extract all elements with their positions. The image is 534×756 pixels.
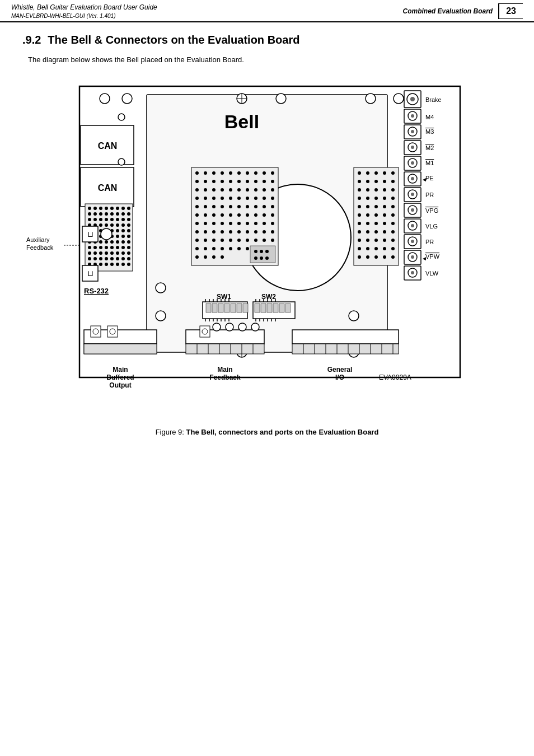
svg-text:Buffered: Buffered	[106, 374, 134, 381]
svg-point-207	[237, 247, 241, 250]
header-section-title: Combined Evaluation Board	[403, 3, 499, 19]
svg-point-196	[229, 239, 232, 242]
svg-text:⊔: ⊔	[87, 230, 93, 239]
brake-label: Brake	[425, 96, 442, 103]
svg-point-38	[127, 212, 130, 216]
m3-label: M3	[425, 128, 434, 135]
rs232-label: RS-232	[84, 287, 109, 295]
svg-rect-337	[237, 304, 242, 312]
svg-point-248	[391, 205, 395, 208]
svg-point-41	[99, 218, 102, 221]
svg-point-193	[204, 239, 207, 242]
svg-point-123	[204, 180, 207, 183]
can-bottom-label: CAN	[98, 183, 118, 193]
svg-point-69	[121, 235, 125, 238]
svg-point-145	[221, 197, 224, 200]
svg-point-113	[204, 171, 207, 175]
svg-point-150	[263, 197, 266, 200]
svg-point-237	[383, 188, 386, 192]
svg-point-184	[212, 230, 216, 234]
svg-point-140	[263, 188, 266, 192]
svg-point-185	[221, 230, 224, 234]
svg-point-109	[121, 263, 125, 266]
svg-point-4	[122, 94, 132, 104]
svg-point-89	[99, 251, 102, 255]
section-heading: .9.2 The Bell & Connectors on the Evalua…	[22, 34, 512, 46]
page-number: 23	[498, 3, 523, 19]
svg-point-116	[229, 171, 232, 175]
svg-point-74	[105, 240, 108, 244]
svg-rect-376	[186, 330, 264, 344]
svg-point-205	[221, 247, 224, 250]
svg-point-208	[246, 247, 249, 250]
m4-label: M4	[425, 114, 434, 120]
svg-point-158	[246, 205, 249, 208]
svg-point-99	[110, 257, 114, 260]
svg-point-232	[383, 180, 386, 183]
svg-point-312	[411, 255, 414, 259]
svg-point-183	[204, 230, 207, 234]
bell-label: Bell	[224, 111, 259, 132]
svg-point-378	[202, 329, 208, 334]
svg-point-154	[212, 205, 216, 208]
svg-point-194	[212, 239, 216, 242]
svg-point-240	[366, 197, 369, 200]
figure-caption-prefix: Figure 9:	[156, 428, 186, 436]
svg-point-86	[127, 246, 130, 249]
vpg-label: VPG	[425, 207, 438, 214]
svg-point-40	[93, 218, 97, 221]
svg-point-239	[358, 197, 361, 200]
svg-rect-338	[243, 304, 248, 312]
svg-point-190	[263, 230, 266, 234]
svg-point-5	[276, 94, 286, 104]
svg-point-43	[110, 218, 114, 221]
svg-point-249	[358, 213, 361, 217]
svg-point-238	[391, 188, 395, 192]
svg-point-17	[349, 311, 359, 321]
vpw-label: VPW	[425, 253, 440, 260]
svg-text:Feedback: Feedback	[209, 374, 241, 381]
svg-point-126	[229, 180, 232, 183]
svg-point-181	[271, 222, 274, 225]
svg-point-261	[374, 230, 378, 234]
page-header: Whistle, Bell Guitar Evaluation Board Us…	[0, 0, 534, 22]
vlw-label: VLW	[425, 270, 439, 277]
svg-point-403	[226, 323, 233, 331]
svg-rect-333	[212, 304, 217, 312]
svg-point-53	[121, 223, 125, 227]
svg-point-296	[411, 177, 414, 180]
board-diagram: Bell	[24, 75, 510, 422]
svg-point-228	[391, 171, 395, 175]
svg-point-169	[254, 213, 257, 217]
svg-point-258	[391, 222, 395, 225]
svg-point-221	[260, 256, 263, 260]
vlg-label: VLG	[425, 223, 438, 230]
svg-point-272	[383, 247, 386, 250]
svg-point-149	[254, 197, 257, 200]
svg-point-306	[411, 224, 414, 227]
svg-point-203	[204, 247, 207, 250]
svg-point-321	[101, 228, 112, 240]
svg-point-131	[271, 180, 274, 183]
svg-point-231	[374, 180, 378, 183]
svg-point-147	[237, 197, 241, 200]
svg-point-245	[366, 205, 369, 208]
svg-point-115	[221, 171, 224, 175]
svg-point-218	[260, 250, 263, 253]
svg-point-108	[116, 263, 119, 266]
svg-point-110	[127, 263, 130, 266]
svg-point-157	[237, 205, 241, 208]
svg-point-28	[116, 207, 119, 210]
svg-point-88	[93, 251, 97, 255]
svg-point-177	[237, 222, 241, 225]
svg-point-162	[195, 213, 199, 217]
svg-point-51	[110, 223, 114, 227]
svg-point-199	[254, 239, 257, 242]
svg-point-132	[195, 188, 199, 192]
svg-point-3	[100, 94, 110, 104]
eva-label: EVA0029A	[379, 374, 411, 381]
svg-rect-388	[292, 344, 399, 354]
svg-point-32	[93, 212, 97, 216]
svg-point-50	[105, 223, 108, 227]
header-right: Combined Evaluation Board 23	[403, 3, 523, 19]
